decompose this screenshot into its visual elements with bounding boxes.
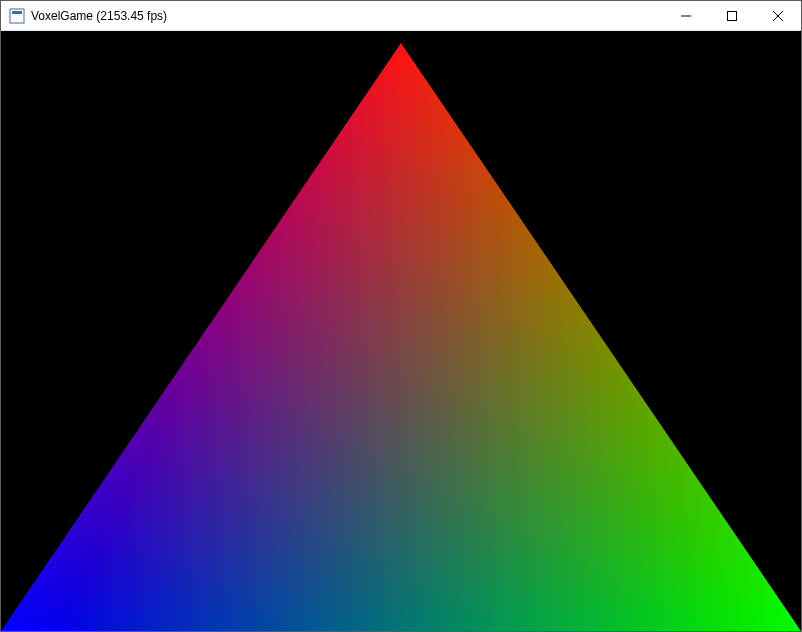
- maximize-button[interactable]: [709, 1, 755, 30]
- rgb-triangle: [1, 31, 801, 631]
- minimize-button[interactable]: [663, 1, 709, 30]
- window-title: VoxelGame (2153.45 fps): [31, 9, 167, 23]
- app-icon: [9, 8, 25, 24]
- window-controls: [663, 1, 801, 30]
- close-button[interactable]: [755, 1, 801, 30]
- svg-rect-3: [728, 11, 737, 20]
- titlebar: VoxelGame (2153.45 fps): [1, 1, 801, 31]
- svg-rect-1: [12, 11, 22, 14]
- render-viewport: [1, 31, 801, 631]
